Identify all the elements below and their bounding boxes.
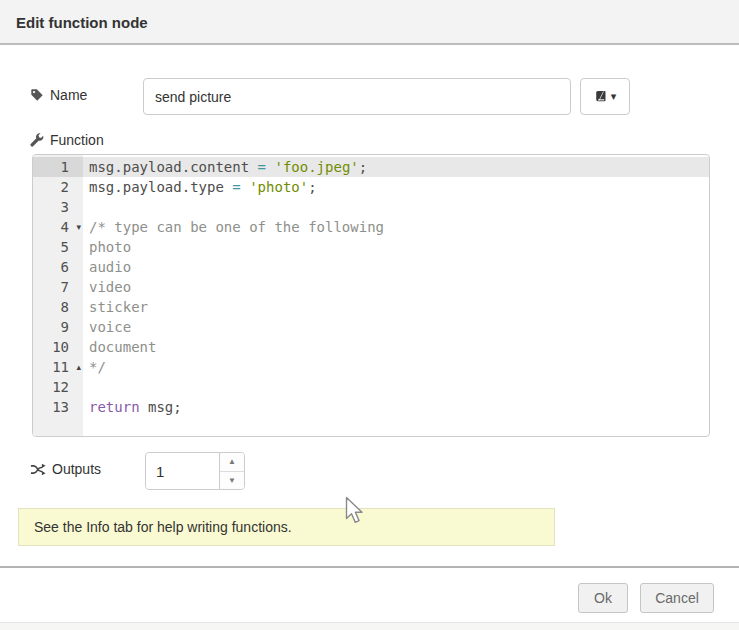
function-code-editor[interactable]: 1msg.payload.content = 'foo.jpeg';2msg.p… — [32, 154, 710, 437]
arrow-up-icon: ▲ — [228, 457, 236, 466]
code-line[interactable]: 5photo — [33, 237, 709, 257]
function-label: Function — [30, 132, 104, 148]
line-number: 6 — [33, 257, 83, 277]
code-line[interactable]: 13return msg; — [33, 397, 709, 417]
code-text — [83, 197, 89, 217]
spinner-buttons: ▲ ▼ — [219, 453, 244, 489]
code-line[interactable]: 9voice — [33, 317, 709, 337]
code-text: sticker — [83, 297, 148, 317]
outputs-label: Outputs — [30, 461, 101, 477]
spinner-up-button[interactable]: ▲ — [220, 453, 244, 472]
book-icon — [594, 90, 607, 103]
line-number: 12 — [33, 377, 83, 397]
line-number: 8 — [33, 297, 83, 317]
code-text: audio — [83, 257, 131, 277]
code-text: msg.payload.content = 'foo.jpeg'; — [83, 157, 367, 177]
fold-close-icon[interactable]: ▴ — [76, 357, 81, 377]
code-line[interactable]: 4▾/* type can be one of the following — [33, 217, 709, 237]
footer-separator — [0, 566, 739, 568]
line-number: 7 — [33, 277, 83, 297]
line-number: 10 — [33, 337, 83, 357]
outputs-input[interactable] — [146, 453, 219, 489]
code-lines: 1msg.payload.content = 'foo.jpeg';2msg.p… — [33, 157, 709, 417]
code-text — [83, 377, 89, 397]
wrench-icon — [30, 133, 44, 147]
line-number: 9 — [33, 317, 83, 337]
tag-icon — [30, 88, 44, 102]
code-text: video — [83, 277, 131, 297]
library-button[interactable]: ▾ — [580, 78, 630, 115]
code-line[interactable]: 2msg.payload.type = 'photo'; — [33, 177, 709, 197]
shuffle-icon — [30, 463, 46, 476]
form-tip-text: See the Info tab for help writing functi… — [34, 519, 292, 535]
code-line[interactable]: 6audio — [33, 257, 709, 277]
outputs-spinner: ▲ ▼ — [145, 452, 245, 490]
chevron-down-icon: ▾ — [611, 91, 617, 102]
code-text: /* type can be one of the following — [83, 217, 384, 237]
spinner-down-button[interactable]: ▼ — [220, 472, 244, 490]
code-text: voice — [83, 317, 131, 337]
name-input[interactable] — [143, 78, 571, 115]
line-number: 5 — [33, 237, 83, 257]
line-number: 13 — [33, 397, 83, 417]
code-line[interactable]: 10document — [33, 337, 709, 357]
code-line[interactable]: 8sticker — [33, 297, 709, 317]
bottom-edge — [0, 622, 739, 630]
arrow-down-icon: ▼ — [228, 476, 236, 485]
code-line[interactable]: 3 — [33, 197, 709, 217]
line-number: 3 — [33, 197, 83, 217]
line-number: 11▴ — [33, 357, 83, 377]
line-number: 1 — [33, 157, 83, 177]
line-number: 4▾ — [33, 217, 83, 237]
code-text: return msg; — [83, 397, 182, 417]
cancel-button[interactable]: Cancel — [640, 583, 714, 613]
code-text: msg.payload.type = 'photo'; — [83, 177, 317, 197]
code-line[interactable]: 12 — [33, 377, 709, 397]
ok-button[interactable]: Ok — [578, 583, 628, 613]
fold-open-icon[interactable]: ▾ — [76, 217, 81, 237]
line-number: 2 — [33, 177, 83, 197]
name-label: Name — [30, 87, 87, 103]
code-line[interactable]: 7video — [33, 277, 709, 297]
code-text: */ — [83, 357, 106, 377]
code-line[interactable]: 1msg.payload.content = 'foo.jpeg'; — [33, 157, 709, 177]
dialog-title: Edit function node — [16, 0, 148, 45]
form-tip: See the Info tab for help writing functi… — [18, 508, 555, 546]
code-text: photo — [83, 237, 131, 257]
code-text: document — [83, 337, 156, 357]
code-line[interactable]: 11▴*/ — [33, 357, 709, 377]
